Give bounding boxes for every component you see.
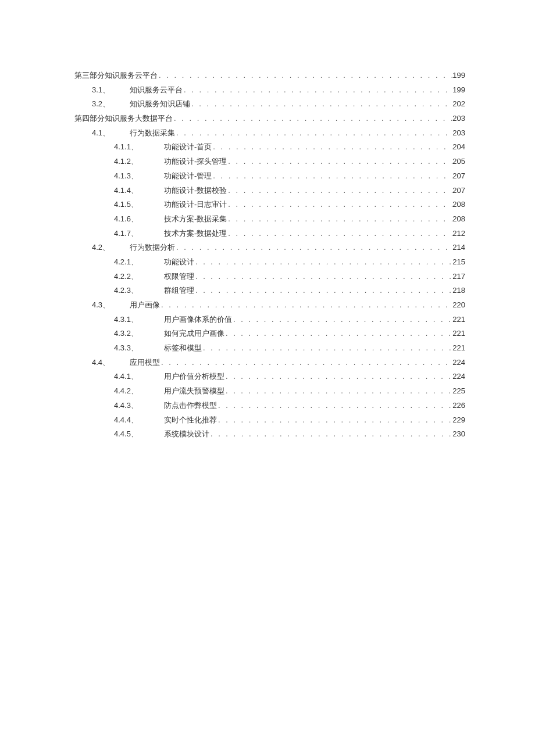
toc-label: 4.1、 (92, 126, 110, 141)
toc-page-number: 214 (452, 241, 465, 255)
toc-label: 4.3.3、 (114, 341, 138, 356)
toc-leader-dots (227, 227, 452, 241)
toc-title: 行为数据采集 (130, 126, 175, 141)
toc-page-number: 199 (452, 69, 465, 83)
toc-label: 4.3、 (92, 298, 110, 313)
toc-entry: 4.1.6、 技术方案-数据采集 208 (74, 212, 465, 227)
toc-leader-dots (224, 327, 452, 341)
toc-page-number: 208 (452, 212, 465, 227)
toc-entry: 4.1.3、 功能设计-管理 207 (74, 169, 465, 184)
table-of-contents: 第三部分知识服务云平台 199 3.1、 知识服务云平台 199 3.2、 知识… (74, 69, 465, 442)
toc-entry: 4.4.1、 用户价值分析模型 224 (74, 370, 465, 384)
toc-label: 3.2、 (92, 97, 110, 112)
toc-entry: 3.2、 知识服务知识店铺 202 (74, 97, 465, 112)
toc-leader-dots (224, 384, 452, 399)
toc-leader-dots (217, 413, 452, 428)
toc-leader-dots (202, 341, 452, 356)
toc-leader-dots (160, 298, 452, 313)
toc-page-number: 202 (452, 97, 465, 112)
toc-leader-dots (160, 356, 452, 370)
toc-page-number: 199 (452, 83, 465, 98)
toc-entry: 4.2、 行为数据分析 214 (74, 241, 465, 255)
toc-entry: 4.1.1、 功能设计-首页 204 (74, 140, 465, 155)
toc-leader-dots (158, 69, 452, 83)
toc-entry: 4.1.4、 功能设计-数据校验 207 (74, 184, 465, 198)
toc-leader-dots (175, 126, 452, 141)
toc-entry: 4.1.5、 功能设计-日志审计 208 (74, 198, 465, 212)
toc-title: 功能设计-数据校验 (164, 184, 227, 198)
toc-label: 4.3.1、 (114, 313, 138, 327)
toc-label: 3.1、 (92, 83, 110, 98)
toc-entry: 4.4.4、 实时个性化推荐 229 (74, 413, 465, 428)
toc-title: 权限管理 (164, 270, 194, 284)
toc-leader-dots (175, 241, 452, 255)
toc-label: 4.2、 (92, 241, 110, 255)
toc-page-number: 220 (452, 298, 465, 313)
toc-label: 4.4.3、 (114, 399, 138, 413)
toc-page-number: 203 (452, 126, 465, 141)
toc-leader-dots (224, 370, 452, 384)
toc-leader-dots (194, 284, 452, 298)
toc-label: 4.1.6、 (114, 212, 138, 227)
toc-title: 防点击作弊模型 (164, 399, 217, 413)
toc-title: 系统模块设计 (164, 427, 209, 442)
toc-leader-dots (173, 112, 452, 126)
toc-page-number: 226 (452, 399, 465, 413)
toc-leader-dots (183, 83, 452, 98)
toc-title: 知识服务知识店铺 (130, 97, 190, 112)
toc-title: 实时个性化推荐 (164, 413, 217, 428)
toc-title: 功能设计-管理 (164, 169, 212, 184)
toc-leader-dots (227, 184, 452, 198)
toc-label: 第四部分知识服务大数据平台 (74, 112, 173, 126)
toc-title: 用户价值分析模型 (164, 370, 224, 384)
toc-title: 行为数据分析 (130, 241, 175, 255)
toc-leader-dots (209, 427, 452, 442)
toc-label: 4.4.2、 (114, 384, 138, 399)
toc-label: 4.1.2、 (114, 155, 138, 169)
toc-label: 第三部分知识服务云平台 (74, 69, 158, 83)
toc-page-number: 207 (452, 169, 465, 184)
toc-entry: 4.3.1、 用户画像体系的价值 221 (74, 313, 465, 327)
toc-title: 功能设计 (164, 255, 194, 270)
toc-leader-dots (227, 155, 452, 169)
toc-title: 功能设计-首页 (164, 140, 212, 155)
toc-page-number: 224 (452, 356, 465, 370)
toc-entry: 4.1.2、 功能设计-探头管理 205 (74, 155, 465, 169)
toc-page-number: 205 (452, 155, 465, 169)
toc-label: 4.2.2、 (114, 270, 138, 284)
toc-leader-dots (212, 140, 452, 155)
toc-leader-dots (194, 255, 452, 270)
toc-title: 技术方案-数据采集 (164, 212, 227, 227)
toc-label: 4.2.1、 (114, 255, 138, 270)
toc-page-number: 204 (452, 140, 465, 155)
toc-leader-dots (232, 313, 452, 327)
toc-entry: 3.1、 知识服务云平台 199 (74, 83, 465, 98)
toc-page-number: 221 (452, 341, 465, 356)
toc-title: 群组管理 (164, 284, 194, 298)
toc-label: 4.4.1、 (114, 370, 138, 384)
toc-entry: 4.4.5、 系统模块设计 230 (74, 427, 465, 442)
toc-leader-dots (212, 169, 452, 184)
toc-page-number: 208 (452, 198, 465, 212)
toc-label: 4.3.2、 (114, 327, 138, 341)
toc-leader-dots (217, 399, 452, 413)
toc-page-number: 225 (452, 384, 465, 399)
toc-page-number: 229 (452, 413, 465, 428)
toc-page-number: 218 (452, 284, 465, 298)
toc-label: 4.4、 (92, 356, 110, 370)
toc-entry: 第四部分知识服务大数据平台 203 (74, 112, 465, 126)
toc-leader-dots (190, 97, 452, 112)
toc-label: 4.1.7、 (114, 227, 138, 241)
toc-page-number: 215 (452, 255, 465, 270)
toc-page-number: 221 (452, 327, 465, 341)
toc-entry: 4.3.3、 标签和模型 221 (74, 341, 465, 356)
toc-leader-dots (194, 270, 452, 284)
toc-page-number: 224 (452, 370, 465, 384)
toc-page-number: 230 (452, 427, 465, 442)
toc-title: 标签和模型 (164, 341, 202, 356)
toc-label: 4.1.4、 (114, 184, 138, 198)
toc-entry: 第三部分知识服务云平台 199 (74, 69, 465, 83)
toc-page-number: 221 (452, 313, 465, 327)
toc-page-number: 207 (452, 184, 465, 198)
toc-page-number: 203 (452, 112, 465, 126)
